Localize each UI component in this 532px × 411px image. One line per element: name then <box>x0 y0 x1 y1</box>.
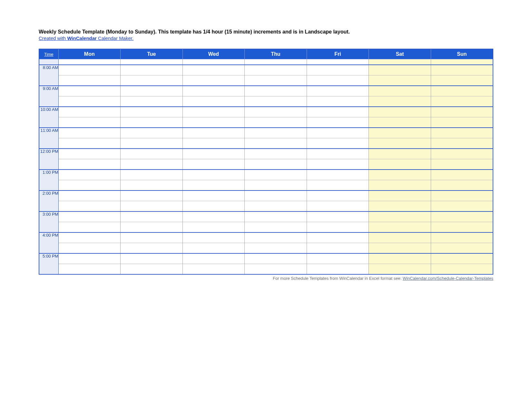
schedule-cell[interactable] <box>431 211 493 222</box>
schedule-cell[interactable] <box>307 180 369 191</box>
schedule-cell[interactable] <box>245 253 307 264</box>
schedule-cell[interactable] <box>369 201 431 212</box>
schedule-cell[interactable] <box>245 243 307 254</box>
schedule-cell[interactable] <box>121 222 183 233</box>
schedule-cell[interactable] <box>121 232 183 243</box>
schedule-cell[interactable] <box>58 222 121 233</box>
schedule-cell[interactable] <box>369 96 431 107</box>
creator-link[interactable]: Created with WinCalendar Calendar Maker. <box>39 35 133 41</box>
schedule-cell[interactable] <box>121 170 183 180</box>
schedule-cell[interactable] <box>58 128 121 138</box>
schedule-cell[interactable] <box>58 65 121 75</box>
schedule-cell[interactable] <box>182 65 245 75</box>
schedule-cell[interactable] <box>245 86 307 96</box>
schedule-cell[interactable] <box>369 232 431 243</box>
schedule-cell[interactable] <box>182 201 245 212</box>
schedule-cell[interactable] <box>121 264 183 275</box>
schedule-cell[interactable] <box>121 117 183 128</box>
schedule-cell[interactable] <box>369 180 431 191</box>
schedule-cell[interactable] <box>369 253 431 264</box>
schedule-cell[interactable] <box>307 65 369 75</box>
schedule-cell[interactable] <box>182 159 245 170</box>
schedule-cell[interactable] <box>307 222 369 233</box>
schedule-cell[interactable] <box>182 180 245 191</box>
schedule-cell[interactable] <box>245 191 307 201</box>
schedule-cell[interactable] <box>182 253 245 264</box>
schedule-cell[interactable] <box>121 180 183 191</box>
schedule-cell[interactable] <box>182 86 245 96</box>
schedule-cell[interactable] <box>182 107 245 117</box>
schedule-cell[interactable] <box>121 86 183 96</box>
schedule-cell[interactable] <box>307 211 369 222</box>
schedule-cell[interactable] <box>245 65 307 75</box>
schedule-cell[interactable] <box>58 191 121 201</box>
schedule-cell[interactable] <box>182 222 245 233</box>
schedule-cell[interactable] <box>58 138 121 149</box>
schedule-cell[interactable] <box>182 75 245 86</box>
schedule-cell[interactable] <box>58 96 121 107</box>
schedule-cell[interactable] <box>182 264 245 275</box>
schedule-cell[interactable] <box>431 117 493 128</box>
schedule-cell[interactable] <box>182 232 245 243</box>
schedule-cell[interactable] <box>245 138 307 149</box>
schedule-cell[interactable] <box>307 128 369 138</box>
schedule-cell[interactable] <box>431 96 493 107</box>
schedule-cell[interactable] <box>307 201 369 212</box>
schedule-cell[interactable] <box>369 222 431 233</box>
schedule-cell[interactable] <box>182 243 245 254</box>
schedule-cell[interactable] <box>369 170 431 180</box>
schedule-cell[interactable] <box>245 180 307 191</box>
schedule-cell[interactable] <box>369 159 431 170</box>
schedule-cell[interactable] <box>307 191 369 201</box>
schedule-cell[interactable] <box>58 170 121 180</box>
schedule-cell[interactable] <box>369 211 431 222</box>
schedule-cell[interactable] <box>245 117 307 128</box>
schedule-cell[interactable] <box>307 232 369 243</box>
schedule-cell[interactable] <box>182 117 245 128</box>
schedule-cell[interactable] <box>369 138 431 149</box>
schedule-cell[interactable] <box>431 128 493 138</box>
schedule-cell[interactable] <box>121 65 183 75</box>
schedule-cell[interactable] <box>58 75 121 86</box>
schedule-cell[interactable] <box>431 107 493 117</box>
schedule-cell[interactable] <box>307 117 369 128</box>
schedule-cell[interactable] <box>58 107 121 117</box>
schedule-cell[interactable] <box>58 59 121 65</box>
schedule-cell[interactable] <box>431 253 493 264</box>
schedule-cell[interactable] <box>369 65 431 75</box>
schedule-cell[interactable] <box>431 232 493 243</box>
schedule-cell[interactable] <box>369 149 431 159</box>
schedule-cell[interactable] <box>58 86 121 96</box>
schedule-cell[interactable] <box>431 86 493 96</box>
schedule-cell[interactable] <box>245 159 307 170</box>
schedule-cell[interactable] <box>182 170 245 180</box>
schedule-cell[interactable] <box>121 59 183 65</box>
schedule-cell[interactable] <box>431 191 493 201</box>
schedule-cell[interactable] <box>431 180 493 191</box>
schedule-cell[interactable] <box>182 59 245 65</box>
schedule-cell[interactable] <box>307 170 369 180</box>
schedule-cell[interactable] <box>245 149 307 159</box>
schedule-cell[interactable] <box>369 75 431 86</box>
schedule-cell[interactable] <box>307 149 369 159</box>
schedule-cell[interactable] <box>431 243 493 254</box>
schedule-cell[interactable] <box>245 232 307 243</box>
schedule-cell[interactable] <box>121 243 183 254</box>
schedule-cell[interactable] <box>307 159 369 170</box>
schedule-cell[interactable] <box>307 75 369 86</box>
schedule-cell[interactable] <box>431 170 493 180</box>
schedule-cell[interactable] <box>307 138 369 149</box>
schedule-cell[interactable] <box>58 180 121 191</box>
schedule-cell[interactable] <box>182 149 245 159</box>
schedule-cell[interactable] <box>121 149 183 159</box>
schedule-cell[interactable] <box>182 211 245 222</box>
schedule-cell[interactable] <box>245 264 307 275</box>
schedule-cell[interactable] <box>307 96 369 107</box>
schedule-cell[interactable] <box>245 201 307 212</box>
schedule-cell[interactable] <box>369 128 431 138</box>
schedule-cell[interactable] <box>58 243 121 254</box>
schedule-cell[interactable] <box>121 201 183 212</box>
schedule-cell[interactable] <box>245 59 307 65</box>
schedule-cell[interactable] <box>431 149 493 159</box>
schedule-cell[interactable] <box>182 138 245 149</box>
